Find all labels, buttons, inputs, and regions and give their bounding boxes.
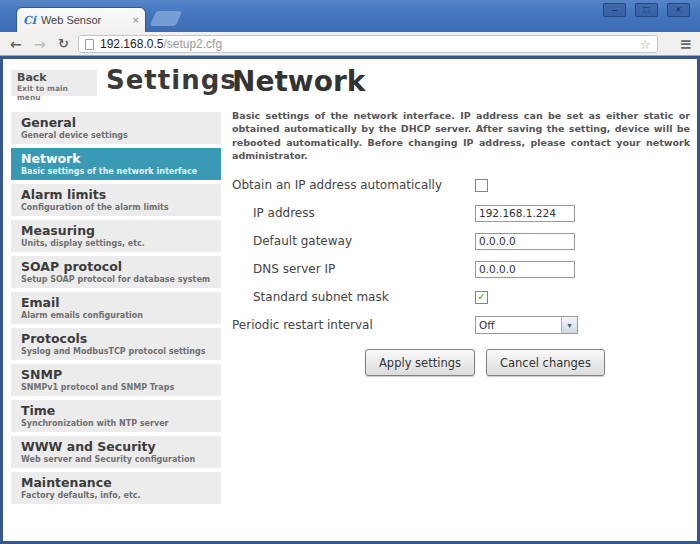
page-icon bbox=[85, 39, 94, 50]
dhcp-checkbox[interactable] bbox=[475, 179, 488, 192]
minimize-button[interactable]: – bbox=[603, 3, 626, 17]
menu-item-title: Network bbox=[21, 152, 211, 166]
menu-item-subtitle: SNMPv1 protocol and SNMP Traps bbox=[21, 383, 211, 392]
sidebar-item-protocols[interactable]: Protocols Syslog and ModbusTCP protocol … bbox=[11, 328, 221, 360]
dns-server-label: DNS server IP bbox=[232, 262, 475, 276]
sidebar-item-network[interactable]: Network Basic settings of the network in… bbox=[11, 148, 221, 180]
sidebar-item-alarm-limits[interactable]: Alarm limits Configuration of the alarm … bbox=[11, 184, 221, 216]
menu-item-title: Email bbox=[21, 296, 211, 310]
settings-page: Back Exit to main menu Settings General … bbox=[0, 56, 700, 544]
form-row-gateway: Default gateway bbox=[232, 227, 690, 255]
window-controls: – □ × bbox=[603, 3, 690, 17]
menu-item-subtitle: Web server and Security configuration bbox=[21, 455, 211, 464]
menu-item-subtitle: Factory defaults, info, etc. bbox=[21, 491, 211, 500]
settings-menu: General General device settings Network … bbox=[11, 112, 221, 508]
bookmark-star-icon[interactable]: ☆ bbox=[639, 38, 651, 51]
form-buttons: Apply settings Cancel changes bbox=[365, 349, 690, 376]
tab-close-icon[interactable]: × bbox=[133, 14, 139, 26]
menu-item-subtitle: Alarm emails configuration bbox=[21, 311, 211, 320]
ip-address-label: IP address bbox=[232, 206, 475, 220]
sidebar-item-email[interactable]: Email Alarm emails configuration bbox=[11, 292, 221, 324]
menu-item-subtitle: Syslog and ModbusTCP protocol settings bbox=[21, 347, 211, 356]
tab-title: Web Sensor bbox=[41, 14, 129, 26]
default-gateway-input[interactable] bbox=[475, 233, 575, 250]
back-to-main-menu-button[interactable]: Back Exit to main menu bbox=[11, 70, 97, 96]
form-row-ip: IP address bbox=[232, 199, 690, 227]
menu-item-title: General bbox=[21, 116, 211, 130]
apply-settings-button[interactable]: Apply settings bbox=[365, 349, 475, 376]
cancel-changes-button[interactable]: Cancel changes bbox=[486, 349, 605, 376]
restart-interval-value: Off bbox=[476, 319, 561, 331]
close-window-button[interactable]: × bbox=[667, 3, 690, 17]
menu-item-title: WWW and Security bbox=[21, 440, 211, 454]
url-path: /setup2.cfg bbox=[163, 37, 222, 51]
menu-item-title: Maintenance bbox=[21, 476, 211, 490]
menu-item-subtitle: Basic settings of the network interface bbox=[21, 167, 211, 176]
back-icon[interactable]: ← bbox=[10, 35, 22, 53]
menu-item-title: Protocols bbox=[21, 332, 211, 346]
page-description: Basic settings of the network interface.… bbox=[232, 109, 690, 162]
menu-item-subtitle: Configuration of the alarm limits bbox=[21, 203, 211, 212]
maximize-button[interactable]: □ bbox=[635, 3, 658, 17]
dhcp-label: Obtain an IP address automatically bbox=[232, 178, 475, 192]
subnet-mask-label: Standard subnet mask bbox=[232, 290, 475, 304]
page-title: Network bbox=[232, 65, 690, 99]
chevron-down-icon: ▾ bbox=[561, 317, 577, 333]
menu-item-title: SNMP bbox=[21, 368, 211, 382]
sidebar-item-soap-protocol[interactable]: SOAP protocol Setup SOAP protocol for da… bbox=[11, 256, 221, 288]
sidebar-item-measuring[interactable]: Measuring Units, display settings, etc. bbox=[11, 220, 221, 252]
sidebar-item-general[interactable]: General General device settings bbox=[11, 112, 221, 144]
restart-interval-label: Periodic restart interval bbox=[232, 318, 475, 332]
form-row-dhcp: Obtain an IP address automatically bbox=[232, 171, 690, 199]
sidebar-item-time[interactable]: Time Synchronization with NTP server bbox=[11, 400, 221, 432]
default-gateway-label: Default gateway bbox=[232, 234, 475, 248]
new-tab-button[interactable] bbox=[150, 11, 183, 26]
menu-item-title: Alarm limits bbox=[21, 188, 211, 202]
browser-tab-web-sensor[interactable]: Ci Web Sensor × bbox=[16, 7, 146, 32]
sidebar-item-maintenance[interactable]: Maintenance Factory defaults, info, etc. bbox=[11, 472, 221, 504]
menu-item-title: Time bbox=[21, 404, 211, 418]
forward-icon: → bbox=[34, 35, 46, 53]
settings-heading: Settings bbox=[106, 65, 237, 95]
url-host: 192.168.0.5 bbox=[100, 37, 163, 51]
browser-toolbar: ← → ↻ 192.168.0.5/setup2.cfg ☆ ≡ bbox=[0, 32, 700, 56]
url-text[interactable]: 192.168.0.5/setup2.cfg bbox=[100, 37, 639, 51]
web-sensor-favicon-icon: Ci bbox=[23, 15, 36, 26]
restart-interval-select[interactable]: Off ▾ bbox=[475, 316, 578, 334]
network-settings-panel: Network Basic settings of the network in… bbox=[232, 65, 690, 376]
form-row-subnet: Standard subnet mask ✓ bbox=[232, 283, 690, 311]
menu-item-subtitle: Setup SOAP protocol for database system bbox=[21, 275, 211, 284]
reload-icon[interactable]: ↻ bbox=[58, 35, 69, 53]
back-button-title: Back bbox=[17, 72, 91, 84]
sidebar-item-snmp[interactable]: SNMP SNMPv1 protocol and SNMP Traps bbox=[11, 364, 221, 396]
browser-menu-icon[interactable]: ≡ bbox=[679, 35, 692, 53]
menu-item-subtitle: Synchronization with NTP server bbox=[21, 419, 211, 428]
network-form: Obtain an IP address automatically IP ad… bbox=[232, 171, 690, 376]
menu-item-title: Measuring bbox=[21, 224, 211, 238]
menu-item-title: SOAP protocol bbox=[21, 260, 211, 274]
dns-server-input[interactable] bbox=[475, 261, 575, 278]
back-button-subtitle: Exit to main menu bbox=[17, 84, 91, 102]
form-row-dns: DNS server IP bbox=[232, 255, 690, 283]
form-row-restart: Periodic restart interval Off ▾ bbox=[232, 311, 690, 339]
subnet-mask-checkbox[interactable]: ✓ bbox=[475, 291, 488, 304]
ip-address-input[interactable] bbox=[475, 205, 575, 222]
address-bar[interactable]: 192.168.0.5/setup2.cfg ☆ bbox=[78, 35, 658, 53]
menu-item-subtitle: Units, display settings, etc. bbox=[21, 239, 211, 248]
browser-titlebar: Ci Web Sensor × – □ × bbox=[0, 0, 700, 32]
menu-item-subtitle: General device settings bbox=[21, 131, 211, 140]
sidebar-item-www-and-security[interactable]: WWW and Security Web server and Security… bbox=[11, 436, 221, 468]
